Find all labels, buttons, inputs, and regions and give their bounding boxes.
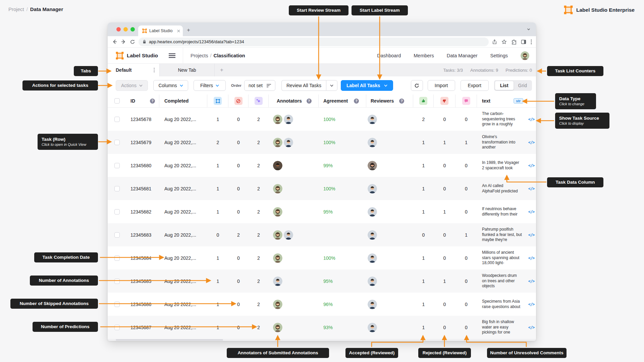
help-icon[interactable]: ? — [150, 99, 155, 104]
user-avatar[interactable] — [521, 51, 529, 60]
task-row[interactable]: 12345687Aug 20 2022,...10293%100Big fish… — [108, 316, 536, 339]
columns-button[interactable]: Columns — [153, 80, 188, 91]
actions-button[interactable]: Actions — [116, 80, 148, 91]
new-browser-tab-button[interactable]: + — [187, 27, 190, 34]
column-header-agreement[interactable]: Agreement — [323, 98, 348, 104]
annotation-count: 1 — [207, 154, 228, 177]
close-tab-icon[interactable] — [177, 29, 180, 33]
extensions-puzzle-icon[interactable] — [511, 39, 517, 45]
task-source-icon[interactable]: </> — [528, 209, 535, 214]
nav-link-settings[interactable]: Settings — [490, 53, 508, 58]
task-row[interactable]: 12345681Aug 20 2022,...102100%100An AI c… — [108, 177, 536, 200]
add-view-tab-button[interactable]: + — [215, 64, 229, 76]
side-panel-icon[interactable] — [521, 39, 526, 45]
select-all-checkbox[interactable] — [114, 98, 120, 104]
task-row[interactable]: 12345682Aug 20 2022,...10295%110If neutr… — [108, 200, 536, 223]
column-header-text[interactable]: text — [482, 98, 490, 104]
scrollbar-thumb[interactable] — [116, 339, 223, 341]
task-id: 12345680 — [128, 154, 159, 177]
avatar — [368, 253, 377, 263]
task-source-icon[interactable]: </> — [528, 279, 535, 284]
task-row[interactable]: 12345680Aug 20 2022,...10299%100In 1989,… — [108, 154, 536, 177]
review-dropdown-button[interactable] — [326, 80, 337, 91]
task-row[interactable]: 12345679Aug 20 2022,...202100%111Olivine… — [108, 131, 536, 154]
task-source-icon[interactable]: </> — [528, 256, 535, 260]
task-row[interactable]: 12345686Aug 20 2022,...10296%100Specimen… — [108, 293, 536, 316]
grid-view-button[interactable]: Grid — [514, 83, 531, 88]
column-header-rejected[interactable] — [434, 95, 455, 107]
row-checkbox[interactable] — [114, 255, 120, 261]
review-all-tasks-button[interactable]: Review All Tasks — [281, 80, 337, 91]
reload-icon[interactable] — [130, 39, 135, 45]
callout-number-of-annotations: Number of Annotations — [30, 276, 98, 286]
task-row[interactable]: 12345684Aug 20 2022,...102100%100Million… — [108, 246, 536, 269]
column-header-completed[interactable]: Completed — [159, 95, 207, 107]
agreement-value: 93% — [319, 316, 366, 339]
rejected-count: 1 — [434, 269, 455, 293]
hamburger-menu-icon[interactable] — [169, 53, 175, 58]
row-checkbox[interactable] — [114, 209, 120, 215]
help-icon[interactable]: ? — [399, 99, 404, 104]
filters-button[interactable]: Filters — [194, 80, 226, 91]
row-checkbox[interactable] — [114, 232, 120, 238]
task-source-icon[interactable]: </> — [528, 163, 535, 168]
column-header-annotations[interactable] — [207, 95, 228, 107]
share-icon[interactable] — [492, 39, 497, 45]
data-type-badge[interactable]: str — [514, 98, 523, 104]
row-checkbox[interactable] — [114, 302, 120, 307]
nav-link-data-manager[interactable]: Data Manager — [447, 53, 478, 58]
close-window-button[interactable] — [116, 27, 121, 32]
row-checkbox[interactable] — [114, 140, 120, 145]
tab-menu-icon[interactable] — [154, 68, 155, 72]
task-source-icon[interactable]: </> — [528, 325, 535, 330]
column-header-annotators[interactable]: Annotators — [277, 98, 302, 104]
task-row[interactable]: 12345685Aug 20 2022,...10295%110Woodpeck… — [108, 269, 536, 293]
address-bar[interactable]: app.heartex.com/projects/123456/data?tab… — [139, 38, 489, 46]
column-header-skipped[interactable] — [228, 95, 249, 107]
label-all-tasks-button[interactable]: Label All Tasks — [341, 80, 393, 91]
refresh-button[interactable] — [411, 80, 423, 91]
export-button[interactable]: Export — [461, 80, 489, 91]
column-header-predictions[interactable] — [249, 95, 269, 107]
task-row[interactable]: 12345678Aug 20 2022,...102100%200The car… — [108, 108, 536, 131]
minimize-window-button[interactable] — [123, 27, 128, 32]
import-button[interactable]: Import — [428, 80, 455, 91]
nav-link-dashboard[interactable]: Dashboard — [377, 53, 401, 58]
task-source-icon[interactable]: </> — [528, 233, 535, 237]
chevron-down-icon — [180, 84, 183, 87]
list-view-button[interactable]: List — [495, 81, 514, 90]
rejected-count: 0 — [434, 223, 455, 246]
app-logo[interactable]: Label Studio — [116, 52, 158, 60]
help-icon[interactable]: ? — [307, 99, 312, 104]
order-button[interactable]: not set — [244, 80, 275, 91]
browser-menu-icon[interactable] — [531, 39, 532, 45]
task-source-icon[interactable]: </> — [528, 117, 535, 122]
row-checkbox[interactable] — [114, 117, 120, 122]
column-header-id[interactable]: ID — [130, 98, 135, 104]
row-checkbox[interactable] — [114, 186, 120, 191]
task-source-icon[interactable]: </> — [528, 186, 535, 191]
skipped-count: 0 — [228, 131, 249, 154]
horizontal-scrollbar[interactable] — [108, 339, 536, 341]
forward-icon[interactable] — [121, 39, 126, 45]
nav-link-members[interactable]: Members — [414, 53, 434, 58]
back-icon[interactable] — [112, 39, 117, 45]
column-header-accepted[interactable] — [413, 95, 434, 107]
bookmark-star-icon[interactable] — [501, 39, 507, 45]
row-checkbox[interactable] — [114, 279, 120, 284]
row-checkbox[interactable] — [114, 163, 120, 168]
projects-link[interactable]: Projects — [191, 53, 208, 58]
help-icon[interactable]: ? — [354, 99, 359, 104]
zoom-window-button[interactable] — [130, 27, 135, 32]
chevron-down-icon[interactable] — [527, 27, 531, 31]
tab-new-tab[interactable]: New Tab — [160, 64, 215, 76]
task-source-icon[interactable]: </> — [528, 140, 535, 145]
row-checkbox[interactable] — [114, 325, 120, 330]
task-source-icon[interactable]: </> — [528, 302, 535, 307]
column-header-comments[interactable] — [455, 95, 477, 107]
browser-tab[interactable]: Label Studio — [138, 25, 183, 36]
column-header-reviewers[interactable]: Reviewers — [371, 98, 394, 104]
tab-default[interactable]: Default — [108, 64, 160, 76]
task-row[interactable]: 12345683Aug 20 2022,...022001Pahrump poo… — [108, 223, 536, 246]
breadcrumb-parent[interactable]: Project — [8, 6, 24, 12]
